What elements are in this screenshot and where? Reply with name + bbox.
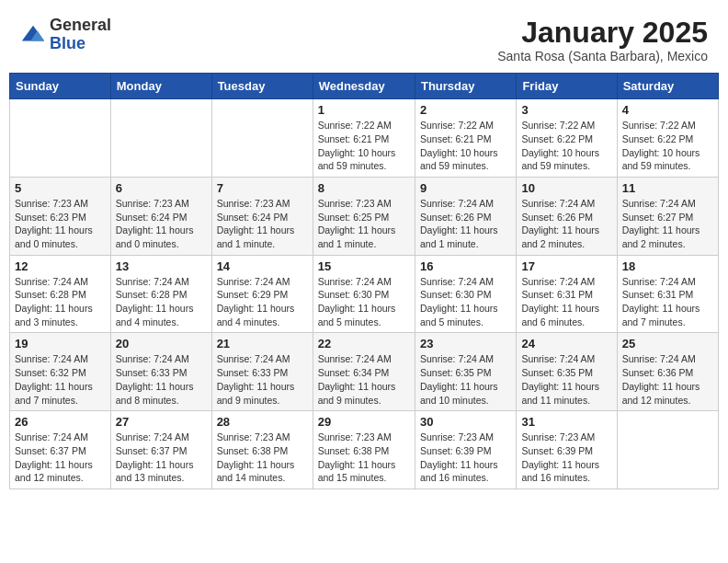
logo-icon bbox=[20, 22, 46, 48]
day-number: 5 bbox=[15, 181, 106, 195]
day-number: 2 bbox=[420, 103, 511, 117]
calendar-cell bbox=[211, 99, 313, 178]
day-number: 13 bbox=[116, 259, 207, 273]
calendar-cell: 3Sunrise: 7:22 AM Sunset: 6:22 PM Daylig… bbox=[517, 99, 617, 178]
day-info: Sunrise: 7:22 AM Sunset: 6:21 PM Dayligh… bbox=[420, 119, 511, 173]
calendar-cell: 14Sunrise: 7:24 AM Sunset: 6:29 PM Dayli… bbox=[211, 255, 313, 333]
day-info: Sunrise: 7:24 AM Sunset: 6:35 PM Dayligh… bbox=[420, 352, 511, 407]
day-number: 18 bbox=[622, 259, 713, 273]
day-number: 11 bbox=[622, 181, 713, 195]
day-info: Sunrise: 7:23 AM Sunset: 6:38 PM Dayligh… bbox=[318, 431, 410, 485]
day-number: 4 bbox=[622, 103, 713, 117]
day-number: 22 bbox=[318, 337, 410, 350]
calendar-cell bbox=[110, 99, 211, 178]
day-number: 8 bbox=[318, 181, 410, 195]
day-number: 21 bbox=[217, 337, 308, 350]
day-number: 27 bbox=[116, 415, 207, 429]
day-number: 15 bbox=[318, 259, 410, 273]
calendar-cell: 31Sunrise: 7:23 AM Sunset: 6:39 PM Dayli… bbox=[517, 411, 617, 489]
day-header-wednesday: Wednesday bbox=[313, 74, 415, 99]
calendar-week-row: 19Sunrise: 7:24 AM Sunset: 6:32 PM Dayli… bbox=[10, 333, 719, 411]
calendar-cell: 24Sunrise: 7:24 AM Sunset: 6:35 PM Dayli… bbox=[517, 333, 617, 411]
calendar-cell bbox=[10, 99, 111, 178]
calendar-cell: 2Sunrise: 7:22 AM Sunset: 6:21 PM Daylig… bbox=[415, 99, 516, 178]
day-number: 25 bbox=[622, 337, 713, 350]
day-info: Sunrise: 7:23 AM Sunset: 6:39 PM Dayligh… bbox=[420, 431, 511, 485]
calendar-week-row: 12Sunrise: 7:24 AM Sunset: 6:28 PM Dayli… bbox=[10, 255, 719, 333]
day-header-sunday: Sunday bbox=[10, 74, 111, 99]
location-subtitle: Santa Rosa (Santa Barbara), Mexico bbox=[497, 49, 708, 63]
calendar-cell: 15Sunrise: 7:24 AM Sunset: 6:30 PM Dayli… bbox=[313, 255, 415, 333]
day-number: 28 bbox=[217, 415, 308, 429]
day-info: Sunrise: 7:24 AM Sunset: 6:36 PM Dayligh… bbox=[622, 352, 713, 407]
day-number: 17 bbox=[521, 259, 611, 273]
calendar-cell: 9Sunrise: 7:24 AM Sunset: 6:26 PM Daylig… bbox=[415, 177, 516, 255]
day-number: 31 bbox=[521, 415, 611, 429]
calendar-cell: 7Sunrise: 7:23 AM Sunset: 6:24 PM Daylig… bbox=[211, 177, 313, 255]
day-number: 30 bbox=[420, 415, 511, 429]
day-header-thursday: Thursday bbox=[415, 74, 516, 99]
day-number: 3 bbox=[521, 103, 611, 117]
day-info: Sunrise: 7:24 AM Sunset: 6:34 PM Dayligh… bbox=[318, 352, 410, 407]
logo-text: General Blue bbox=[50, 17, 111, 53]
day-info: Sunrise: 7:24 AM Sunset: 6:30 PM Dayligh… bbox=[318, 275, 410, 329]
calendar-cell: 28Sunrise: 7:23 AM Sunset: 6:38 PM Dayli… bbox=[211, 411, 313, 489]
month-title: January 2025 bbox=[497, 17, 708, 49]
day-info: Sunrise: 7:24 AM Sunset: 6:28 PM Dayligh… bbox=[15, 275, 106, 329]
day-info: Sunrise: 7:24 AM Sunset: 6:28 PM Dayligh… bbox=[116, 275, 207, 329]
calendar-cell: 8Sunrise: 7:23 AM Sunset: 6:25 PM Daylig… bbox=[313, 177, 415, 255]
calendar-cell: 10Sunrise: 7:24 AM Sunset: 6:26 PM Dayli… bbox=[517, 177, 617, 255]
day-number: 26 bbox=[15, 415, 106, 429]
day-info: Sunrise: 7:23 AM Sunset: 6:24 PM Dayligh… bbox=[116, 197, 207, 251]
day-info: Sunrise: 7:24 AM Sunset: 6:31 PM Dayligh… bbox=[622, 275, 713, 329]
calendar-week-row: 1Sunrise: 7:22 AM Sunset: 6:21 PM Daylig… bbox=[10, 99, 719, 178]
calendar-cell: 27Sunrise: 7:24 AM Sunset: 6:37 PM Dayli… bbox=[110, 411, 211, 489]
calendar-cell: 25Sunrise: 7:24 AM Sunset: 6:36 PM Dayli… bbox=[617, 333, 718, 411]
day-number: 19 bbox=[15, 337, 106, 350]
day-header-friday: Friday bbox=[517, 74, 617, 99]
calendar-cell: 4Sunrise: 7:22 AM Sunset: 6:22 PM Daylig… bbox=[617, 99, 718, 178]
day-header-tuesday: Tuesday bbox=[211, 74, 313, 99]
day-info: Sunrise: 7:24 AM Sunset: 6:29 PM Dayligh… bbox=[217, 275, 308, 329]
calendar-week-row: 26Sunrise: 7:24 AM Sunset: 6:37 PM Dayli… bbox=[10, 411, 719, 489]
calendar-cell bbox=[617, 411, 718, 489]
calendar-cell: 22Sunrise: 7:24 AM Sunset: 6:34 PM Dayli… bbox=[313, 333, 415, 411]
calendar-cell: 30Sunrise: 7:23 AM Sunset: 6:39 PM Dayli… bbox=[415, 411, 516, 489]
day-number: 23 bbox=[420, 337, 511, 350]
calendar-header-row: SundayMondayTuesdayWednesdayThursdayFrid… bbox=[10, 74, 719, 99]
calendar-cell: 5Sunrise: 7:23 AM Sunset: 6:23 PM Daylig… bbox=[10, 177, 111, 255]
day-number: 9 bbox=[420, 181, 511, 195]
calendar-cell: 13Sunrise: 7:24 AM Sunset: 6:28 PM Dayli… bbox=[110, 255, 211, 333]
calendar-cell: 16Sunrise: 7:24 AM Sunset: 6:30 PM Dayli… bbox=[415, 255, 516, 333]
day-info: Sunrise: 7:22 AM Sunset: 6:22 PM Dayligh… bbox=[521, 119, 611, 173]
calendar-cell: 23Sunrise: 7:24 AM Sunset: 6:35 PM Dayli… bbox=[415, 333, 516, 411]
day-info: Sunrise: 7:23 AM Sunset: 6:23 PM Dayligh… bbox=[15, 197, 106, 251]
page-header: General Blue January 2025 Santa Rosa (Sa… bbox=[9, 9, 719, 67]
day-number: 20 bbox=[116, 337, 207, 350]
calendar-cell: 19Sunrise: 7:24 AM Sunset: 6:32 PM Dayli… bbox=[10, 333, 111, 411]
logo-blue-text: Blue bbox=[50, 35, 111, 53]
day-info: Sunrise: 7:24 AM Sunset: 6:33 PM Dayligh… bbox=[116, 352, 207, 407]
day-info: Sunrise: 7:24 AM Sunset: 6:30 PM Dayligh… bbox=[420, 275, 511, 329]
day-info: Sunrise: 7:24 AM Sunset: 6:26 PM Dayligh… bbox=[521, 197, 611, 251]
day-info: Sunrise: 7:22 AM Sunset: 6:22 PM Dayligh… bbox=[622, 119, 713, 173]
logo-general-text: General bbox=[50, 17, 111, 35]
day-info: Sunrise: 7:24 AM Sunset: 6:37 PM Dayligh… bbox=[15, 431, 106, 485]
title-area: January 2025 Santa Rosa (Santa Barbara),… bbox=[497, 17, 708, 63]
calendar-cell: 12Sunrise: 7:24 AM Sunset: 6:28 PM Dayli… bbox=[10, 255, 111, 333]
day-number: 16 bbox=[420, 259, 511, 273]
day-number: 7 bbox=[217, 181, 308, 195]
day-number: 14 bbox=[217, 259, 308, 273]
day-number: 29 bbox=[318, 415, 410, 429]
calendar-cell: 21Sunrise: 7:24 AM Sunset: 6:33 PM Dayli… bbox=[211, 333, 313, 411]
day-header-monday: Monday bbox=[110, 74, 211, 99]
day-info: Sunrise: 7:23 AM Sunset: 6:39 PM Dayligh… bbox=[521, 431, 611, 485]
day-info: Sunrise: 7:24 AM Sunset: 6:32 PM Dayligh… bbox=[15, 352, 106, 407]
logo: General Blue bbox=[20, 17, 111, 53]
calendar-cell: 17Sunrise: 7:24 AM Sunset: 6:31 PM Dayli… bbox=[517, 255, 617, 333]
day-info: Sunrise: 7:24 AM Sunset: 6:37 PM Dayligh… bbox=[116, 431, 207, 485]
calendar-cell: 1Sunrise: 7:22 AM Sunset: 6:21 PM Daylig… bbox=[313, 99, 415, 178]
day-info: Sunrise: 7:24 AM Sunset: 6:27 PM Dayligh… bbox=[622, 197, 713, 251]
calendar-cell: 26Sunrise: 7:24 AM Sunset: 6:37 PM Dayli… bbox=[10, 411, 111, 489]
calendar-cell: 20Sunrise: 7:24 AM Sunset: 6:33 PM Dayli… bbox=[110, 333, 211, 411]
